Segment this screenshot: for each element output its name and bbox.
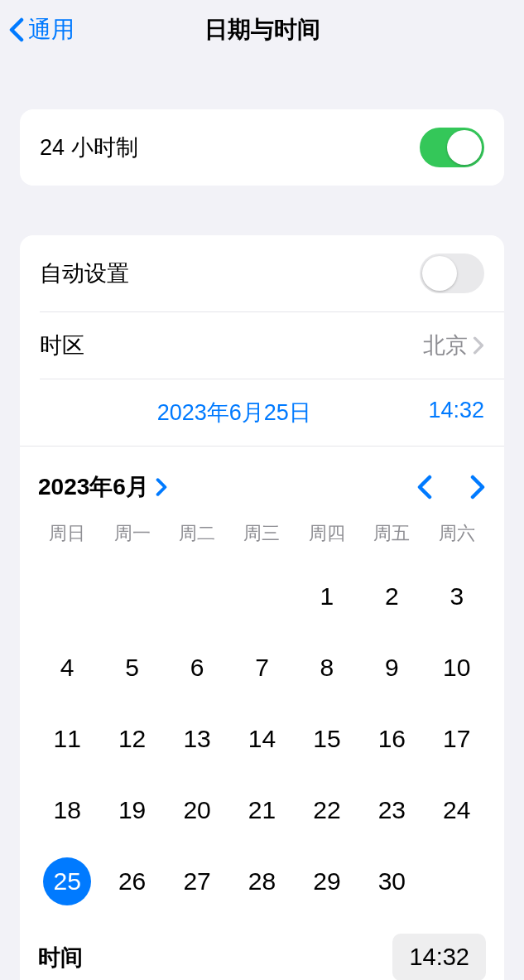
calendar-day[interactable]: 23 bbox=[359, 786, 424, 834]
chevron-right-icon bbox=[156, 478, 167, 496]
calendar-day[interactable]: 18 bbox=[35, 786, 99, 834]
row-timezone[interactable]: 时区 北京 bbox=[20, 312, 504, 379]
calendar-day[interactable]: 13 bbox=[165, 715, 229, 763]
selected-time-button[interactable]: 14:32 bbox=[428, 398, 484, 427]
calendar-day[interactable]: 12 bbox=[99, 715, 164, 763]
calendar: 2023年6月 周日周一周二周三周四周五周六 12345678910111213… bbox=[20, 447, 504, 980]
calendar-day[interactable]: 5 bbox=[99, 644, 164, 692]
weekday-header: 周日周一周二周三周四周五周六 bbox=[35, 514, 489, 556]
calendar-day[interactable]: 28 bbox=[229, 857, 294, 905]
calendar-day[interactable]: 6 bbox=[165, 644, 229, 692]
calendar-day[interactable]: 4 bbox=[35, 644, 99, 692]
row-autoset-label: 自动设置 bbox=[40, 258, 129, 288]
weekday-label: 周六 bbox=[425, 521, 489, 546]
calendar-day[interactable]: 16 bbox=[359, 715, 424, 763]
page-title: 日期与时间 bbox=[204, 14, 320, 46]
calendar-empty-cell bbox=[35, 572, 99, 620]
calendar-day[interactable]: 19 bbox=[99, 786, 164, 834]
time-label: 时间 bbox=[38, 943, 83, 973]
toggle-knob bbox=[422, 256, 457, 291]
row-24hour-label: 24 小时制 bbox=[40, 133, 138, 162]
calendar-empty-cell bbox=[99, 572, 164, 620]
toggle-autoset[interactable] bbox=[420, 253, 484, 293]
toggle-24hour[interactable] bbox=[420, 128, 484, 167]
calendar-day[interactable]: 25 bbox=[43, 857, 91, 905]
calendar-day[interactable]: 21 bbox=[229, 786, 294, 834]
weekday-label: 周一 bbox=[99, 521, 164, 546]
calendar-day[interactable]: 14 bbox=[229, 715, 294, 763]
row-timezone-label: 时区 bbox=[40, 331, 84, 360]
back-label: 通用 bbox=[28, 14, 75, 46]
weekday-label: 周三 bbox=[229, 521, 294, 546]
row-selected-datetime: 2023年6月25日 14:32 bbox=[20, 379, 504, 446]
time-picker-button[interactable]: 14:32 bbox=[392, 934, 486, 980]
chevron-left-icon bbox=[8, 17, 25, 42]
calendar-day[interactable]: 26 bbox=[99, 857, 164, 905]
calendar-day[interactable]: 9 bbox=[359, 644, 424, 692]
row-autoset: 自动设置 bbox=[20, 235, 504, 311]
calendar-day[interactable]: 8 bbox=[295, 644, 359, 692]
month-year-button[interactable]: 2023年6月 bbox=[38, 471, 167, 503]
month-year-label: 2023年6月 bbox=[38, 471, 149, 503]
calendar-day[interactable]: 30 bbox=[359, 857, 424, 905]
next-month-button[interactable] bbox=[469, 475, 486, 500]
calendar-day[interactable]: 20 bbox=[165, 786, 229, 834]
back-button[interactable]: 通用 bbox=[8, 14, 75, 46]
chevron-right-icon bbox=[473, 336, 484, 355]
calendar-day[interactable]: 7 bbox=[229, 644, 294, 692]
weekday-label: 周四 bbox=[295, 521, 359, 546]
calendar-day[interactable]: 22 bbox=[295, 786, 359, 834]
calendar-day[interactable]: 3 bbox=[425, 572, 489, 620]
weekday-label: 周日 bbox=[35, 521, 99, 546]
row-timezone-value: 北京 bbox=[423, 331, 468, 360]
calendar-day[interactable]: 10 bbox=[425, 644, 489, 692]
row-24hour: 24 小时制 bbox=[20, 109, 504, 186]
toggle-knob bbox=[447, 130, 482, 165]
calendar-empty-cell bbox=[165, 572, 229, 620]
calendar-day[interactable]: 24 bbox=[425, 786, 489, 834]
calendar-day[interactable]: 1 bbox=[295, 572, 359, 620]
calendar-day[interactable]: 11 bbox=[35, 715, 99, 763]
weekday-label: 周五 bbox=[359, 521, 424, 546]
row-time: 时间 14:32 bbox=[35, 914, 489, 980]
calendar-day[interactable]: 17 bbox=[425, 715, 489, 763]
calendar-empty-cell bbox=[229, 572, 294, 620]
calendar-day[interactable]: 15 bbox=[295, 715, 359, 763]
calendar-day[interactable]: 29 bbox=[295, 857, 359, 905]
prev-month-button[interactable] bbox=[416, 475, 433, 500]
calendar-day[interactable]: 2 bbox=[359, 572, 424, 620]
calendar-grid: 1234567891011121314151617181920212223242… bbox=[35, 556, 489, 914]
calendar-day[interactable]: 27 bbox=[165, 857, 229, 905]
weekday-label: 周二 bbox=[165, 521, 229, 546]
selected-date-button[interactable]: 2023年6月25日 bbox=[157, 398, 311, 427]
